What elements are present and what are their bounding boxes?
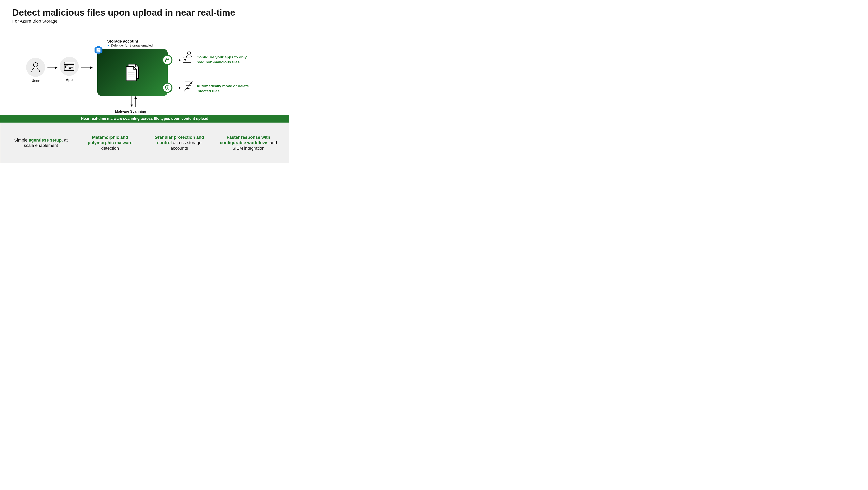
svg-rect-14 — [165, 60, 169, 62]
app-label: App — [60, 78, 79, 82]
user-app-icon — [182, 52, 193, 63]
storage-status: ✓ Defender for Storage enabled — [107, 44, 168, 47]
lock-badge — [162, 55, 173, 65]
lock-icon — [165, 57, 170, 63]
output-move-delete-text: Automatically move or delete infected fi… — [196, 84, 252, 93]
user-node: User — [26, 58, 45, 83]
feature-agentless: Simple agentless setup, at scale enablem… — [10, 137, 71, 148]
bidirectional-arrow-icon — [126, 96, 142, 109]
arrow-icon — [174, 88, 181, 88]
feature-text: across storage accounts — [170, 140, 202, 151]
svg-text:01: 01 — [97, 50, 99, 52]
feature-text: detection — [101, 146, 119, 151]
slide: Detect malicious files upon upload in ne… — [0, 0, 289, 163]
files-icon — [124, 63, 141, 82]
shield-alert-icon — [165, 85, 170, 90]
banner: Near real-time malware scanning across f… — [0, 115, 289, 122]
svg-point-15 — [187, 52, 191, 55]
file-crossed-icon — [183, 81, 194, 92]
feature-text: Simple — [14, 138, 29, 143]
app-icon — [60, 57, 79, 76]
arrow-icon — [81, 67, 93, 68]
svg-rect-3 — [65, 66, 68, 68]
feature-granular-control: Granular protection and control across s… — [149, 135, 210, 151]
header: Detect malicious files upon upload in ne… — [0, 0, 289, 24]
feature-malware-detection: Metamorphic and polymorphic malware dete… — [80, 135, 141, 151]
storage-account-node: Storage account ✓ Defender for Storage e… — [97, 39, 168, 96]
title-prefix: Detect malicious files upon upload in — [12, 7, 176, 18]
features-row: Simple agentless setup, at scale enablem… — [0, 122, 289, 163]
storage-title: Storage account — [107, 39, 168, 44]
feature-bold: Metamorphic and polymorphic malware — [88, 135, 132, 145]
arrow-icon — [174, 60, 181, 60]
malware-scanning-label: Malware Scanning — [115, 110, 146, 114]
feature-faster-response: Faster response with configurable workfl… — [218, 135, 279, 151]
user-icon — [26, 58, 45, 77]
storage-box: 10 01 — [97, 49, 168, 96]
hexagon-binary-icon: 10 01 — [94, 45, 103, 55]
banner-text: Near real-time malware scanning across f… — [81, 116, 208, 121]
svg-text:10: 10 — [97, 48, 99, 50]
title-bold: near real-time — [176, 7, 235, 18]
output-configure-text: Configure your apps to only read non-mal… — [196, 55, 252, 64]
user-label: User — [26, 79, 45, 83]
feature-bold: Faster response with configurable workfl… — [220, 135, 270, 145]
arrow-icon — [48, 67, 57, 68]
flow-diagram: User App Storage account ✓ Defend — [0, 35, 289, 114]
slide-title: Detect malicious files upon upload in ne… — [12, 7, 277, 18]
svg-point-0 — [33, 63, 38, 67]
app-node: App — [60, 57, 79, 82]
feature-bold: agentless setup, — [29, 138, 63, 143]
shield-badge — [162, 83, 173, 93]
check-icon: ✓ — [107, 44, 110, 47]
storage-status-text: Defender for Storage enabled — [111, 44, 153, 47]
svg-rect-18 — [184, 60, 186, 61]
svg-point-22 — [167, 88, 167, 89]
slide-subtitle: For Azure Blob Storage — [12, 19, 277, 24]
